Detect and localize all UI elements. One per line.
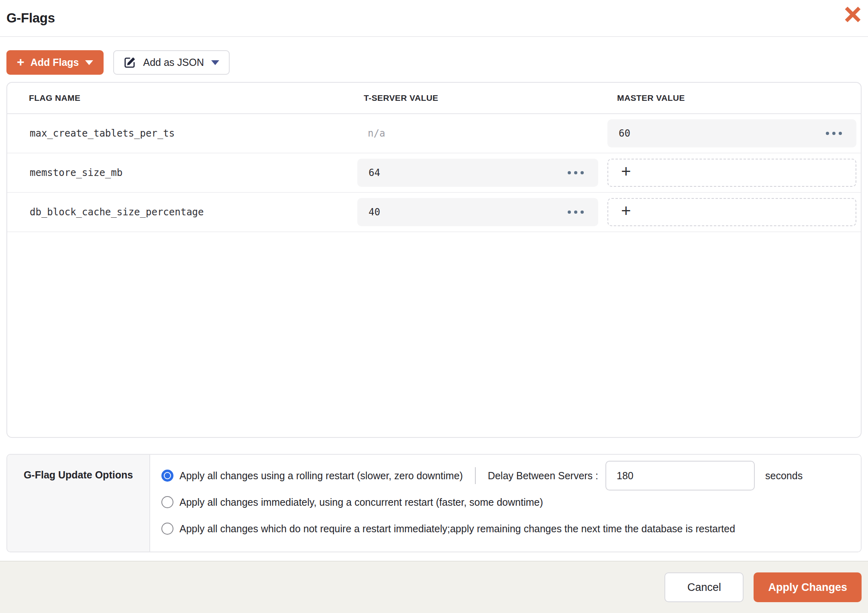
radio-no-restart[interactable]: [161, 523, 173, 535]
tserver-value-pill[interactable]: 64: [357, 159, 598, 187]
master-value-pill[interactable]: 60: [607, 119, 856, 147]
radio-rolling-restart[interactable]: [161, 470, 173, 482]
column-header-tserver-value: T-SERVER VALUE: [357, 93, 607, 103]
tserver-value-na: n/a: [357, 128, 385, 139]
options-body: Apply all changes using a rolling restar…: [150, 455, 861, 552]
flag-name: max_create_tablets_per_ts: [7, 128, 357, 139]
more-options-icon[interactable]: [568, 171, 584, 174]
flags-table: FLAG NAME T-SERVER VALUE MASTER VALUE ma…: [6, 82, 862, 438]
table-row: db_block_cache_size_percentage 40 +: [7, 193, 861, 232]
delay-seconds-input[interactable]: [605, 461, 755, 490]
add-flags-label: Add Flags: [31, 57, 79, 68]
more-options-icon[interactable]: [826, 132, 842, 135]
table-header-row: FLAG NAME T-SERVER VALUE MASTER VALUE: [7, 83, 861, 114]
cancel-button[interactable]: Cancel: [664, 572, 744, 602]
close-button[interactable]: [843, 5, 862, 24]
option-row-no-restart: Apply all changes which do not require a…: [161, 519, 861, 538]
add-master-value-button[interactable]: +: [607, 159, 856, 187]
column-header-master-value: MASTER VALUE: [607, 93, 861, 103]
caret-down-icon: [85, 60, 93, 65]
toolbar: + Add Flags Add as JSON: [6, 50, 862, 75]
column-header-flag-name: FLAG NAME: [7, 93, 357, 103]
options-section-label: G-Flag Update Options: [24, 469, 133, 480]
add-flags-button[interactable]: + Add Flags: [6, 50, 104, 75]
table-row: memstore_size_mb 64 +: [7, 153, 861, 193]
more-options-icon[interactable]: [568, 210, 584, 214]
plus-icon: +: [17, 55, 24, 68]
tserver-value-pill[interactable]: 40: [357, 198, 598, 226]
tserver-value: 64: [369, 167, 380, 178]
table-row: max_create_tablets_per_ts n/a 60: [7, 114, 861, 153]
delay-between-servers-label: Delay Between Servers :: [488, 470, 598, 482]
seconds-unit-label: seconds: [765, 470, 803, 482]
apply-changes-button[interactable]: Apply Changes: [754, 572, 862, 602]
close-icon: [845, 6, 861, 22]
add-value-plus-icon: +: [621, 202, 631, 219]
modal-footer: Cancel Apply Changes: [0, 561, 868, 613]
gflag-update-options-section: G-Flag Update Options Apply all changes …: [6, 454, 862, 552]
flag-name: memstore_size_mb: [7, 167, 357, 178]
add-as-json-label: Add as JSON: [143, 57, 204, 68]
option-label: Apply all changes immediately, using a c…: [179, 497, 543, 508]
radio-concurrent-restart[interactable]: [161, 496, 173, 508]
modal-header: G-Flags: [0, 0, 868, 37]
options-label-cell: G-Flag Update Options: [7, 455, 150, 552]
tserver-value: 40: [369, 206, 380, 218]
vertical-divider: [475, 467, 476, 484]
add-master-value-button[interactable]: +: [607, 198, 856, 226]
pencil-square-icon: [124, 56, 136, 69]
master-value: 60: [619, 128, 630, 139]
option-row-concurrent-restart: Apply all changes immediately, using a c…: [161, 492, 861, 512]
option-row-rolling-restart: Apply all changes using a rolling restar…: [161, 466, 861, 485]
add-value-plus-icon: +: [621, 163, 631, 180]
page-title: G-Flags: [6, 10, 55, 26]
option-label: Apply all changes using a rolling restar…: [179, 470, 463, 482]
add-as-json-button[interactable]: Add as JSON: [113, 50, 230, 75]
flag-name: db_block_cache_size_percentage: [7, 206, 357, 218]
caret-down-icon: [211, 60, 219, 65]
option-label: Apply all changes which do not require a…: [179, 523, 735, 535]
